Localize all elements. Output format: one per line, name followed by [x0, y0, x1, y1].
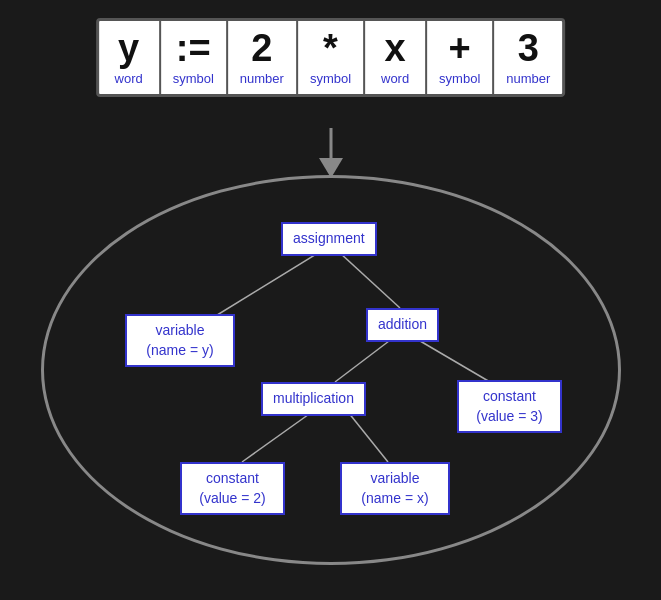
token-type-mul: symbol	[310, 71, 351, 86]
node-constant-3: constant(value = 3)	[457, 380, 562, 433]
token-char-3: 3	[518, 29, 539, 67]
token-type-3: number	[506, 71, 550, 86]
token-char-mul: *	[323, 29, 338, 67]
token-type-assign: symbol	[173, 71, 214, 86]
token-assign: := symbol	[161, 21, 228, 94]
token-type-x: word	[381, 71, 409, 86]
token-x: x word	[365, 21, 427, 94]
token-char-plus: +	[449, 29, 471, 67]
node-addition: addition	[366, 308, 439, 342]
main-diagram: y word := symbol 2 number * symbol x wor…	[0, 0, 661, 600]
token-char-2: 2	[251, 29, 272, 67]
node-constant-2: constant(value = 2)	[180, 462, 285, 515]
token-char-x: x	[385, 29, 406, 67]
token-type-plus: symbol	[439, 71, 480, 86]
token-mul: * symbol	[298, 21, 365, 94]
node-assignment: assignment	[281, 222, 377, 256]
node-variable-y: variable(name = y)	[125, 314, 235, 367]
token-char-y: y	[118, 29, 139, 67]
node-multiplication: multiplication	[261, 382, 366, 416]
token-type-2: number	[240, 71, 284, 86]
node-variable-x: variable(name = x)	[340, 462, 450, 515]
token-char-assign: :=	[176, 29, 211, 67]
token-type-y: word	[115, 71, 143, 86]
token-2: 2 number	[228, 21, 298, 94]
token-3: 3 number	[494, 21, 562, 94]
token-plus: + symbol	[427, 21, 494, 94]
token-row: y word := symbol 2 number * symbol x wor…	[96, 18, 566, 97]
token-y: y word	[99, 21, 161, 94]
